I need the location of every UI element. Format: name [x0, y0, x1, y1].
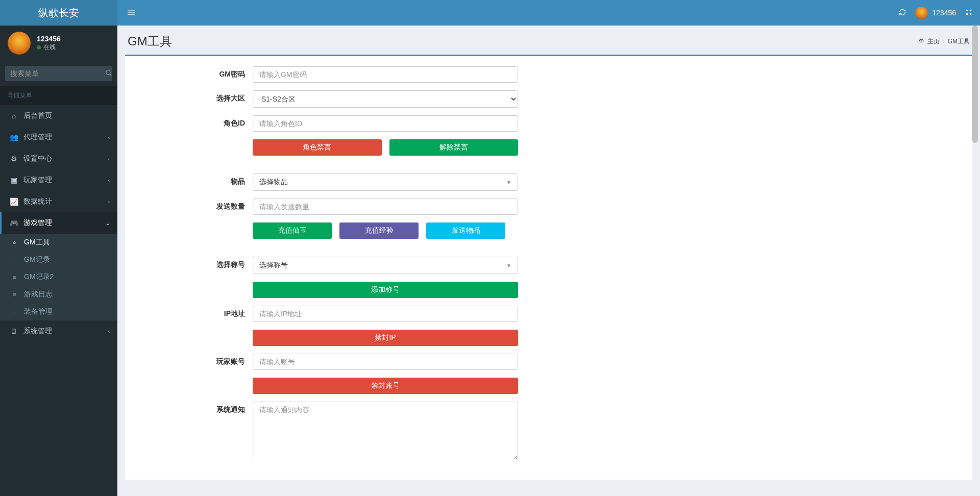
list-icon: ≡ [13, 274, 20, 280]
recharge-exp-button[interactable]: 充值经验 [339, 222, 419, 239]
user-status-text: 在线 [43, 43, 56, 52]
gm-password-input[interactable] [253, 66, 518, 83]
nav-home[interactable]: ⌂ 后台首页 [0, 105, 117, 127]
svg-point-7 [966, 13, 968, 15]
user-avatar[interactable] [8, 32, 31, 55]
svg-rect-3 [128, 12, 135, 12]
account-input[interactable] [253, 354, 518, 370]
nav-agent[interactable]: 👥 代理管理 ‹ [0, 127, 117, 148]
send-qty-label: 发送数量 [130, 199, 253, 211]
chevron-left-icon: ‹ [108, 329, 110, 334]
gears-icon: ⚙ [9, 155, 18, 163]
item-label: 物品 [130, 173, 253, 186]
role-unban-button[interactable]: 解除禁言 [389, 139, 519, 156]
circle-icon: ○ [13, 239, 20, 245]
nav-player[interactable]: ▣ 玩家管理 ‹ [0, 169, 117, 191]
app-name: 纵歌长安 [38, 6, 79, 20]
breadcrumb-home[interactable]: 主页 [927, 37, 940, 46]
scrollbar-thumb[interactable] [972, 26, 978, 143]
toggle-sidebar-button[interactable] [125, 6, 137, 20]
vertical-scrollbar[interactable] [972, 26, 978, 496]
svg-point-6 [970, 9, 972, 11]
top-nav: 123456 [117, 0, 980, 26]
nav-stats[interactable]: 📈 数据统计 ‹ [0, 191, 117, 212]
notice-textarea[interactable] [253, 402, 518, 460]
breadcrumb: 主页 › GM工具 [918, 37, 970, 46]
nav-game-label: 游戏管理 [23, 218, 52, 228]
account-label: 玩家账号 [130, 354, 253, 366]
svg-rect-2 [128, 10, 135, 10]
svg-line-1 [109, 73, 111, 76]
status-online-icon [37, 45, 41, 49]
ban-account-button[interactable]: 禁封账号 [253, 378, 518, 394]
settings-button[interactable] [965, 9, 972, 17]
chevron-left-icon: ‹ [108, 156, 110, 162]
chevron-left-icon: ‹ [108, 199, 110, 205]
sub-game-log[interactable]: ≡ 游戏日志 [0, 286, 117, 303]
sub-gm-log2[interactable]: ≡ GM记录2 [0, 268, 117, 286]
zone-select[interactable]: S1-S2合区 [253, 90, 518, 108]
top-user-menu[interactable]: 123456 [915, 7, 956, 19]
svg-point-8 [970, 13, 972, 15]
item-select[interactable]: 选择物品 ▼ [253, 173, 518, 191]
nav-system-label: 系统管理 [23, 327, 52, 336]
chevron-left-icon: ‹ [108, 178, 110, 183]
nav-menu: ⌂ 后台首页 👥 代理管理 ‹ ⚙ 设置中心 ‹ ▣ 玩家管理 ‹ 📈 数据统计 [0, 105, 117, 342]
user-status: 在线 [37, 43, 61, 52]
form-box: GM密码 选择大区 S1-S2合区 角色ID [125, 55, 972, 480]
app-logo[interactable]: 纵歌长安 [0, 0, 117, 26]
chevron-down-icon: ▼ [506, 180, 511, 185]
chevron-down-icon: ⌄ [106, 220, 110, 226]
search-icon [105, 69, 112, 78]
nav-player-label: 玩家管理 [23, 176, 52, 185]
nav-settings[interactable]: ⚙ 设置中心 ‹ [0, 148, 117, 169]
title-select[interactable]: 选择称号 ▼ [253, 257, 518, 274]
role-id-label: 角色ID [130, 115, 253, 128]
top-user-label: 123456 [932, 9, 956, 17]
ip-input[interactable] [253, 306, 518, 322]
sidebar-search [0, 61, 117, 86]
sub-gm-log[interactable]: ≡ GM记录 [0, 251, 117, 268]
send-item-button[interactable]: 发送物品 [426, 222, 505, 239]
sidebar: 纵歌长安 123456 在线 导航菜单 [0, 0, 117, 496]
top-avatar [915, 7, 928, 19]
nav-system[interactable]: 🖥 系统管理 ‹ [0, 320, 117, 342]
recharge-jade-button[interactable]: 充值仙玉 [253, 222, 332, 239]
search-button[interactable] [105, 66, 112, 81]
user-panel: 123456 在线 [0, 26, 117, 61]
page-title: GM工具 [128, 33, 172, 49]
svg-point-5 [966, 9, 968, 11]
role-ban-button[interactable]: 角色禁言 [253, 139, 382, 156]
sub-gm-tools[interactable]: ○ GM工具 [0, 234, 117, 251]
svg-rect-4 [128, 14, 135, 14]
search-input[interactable] [5, 66, 105, 81]
sub-equip[interactable]: ≡ 装备管理 [0, 303, 117, 320]
item-select-text: 选择物品 [259, 178, 288, 187]
nav-stats-label: 数据统计 [23, 197, 52, 206]
main: 123456 GM工具 主页 › GM工具 GM密码 [117, 0, 980, 496]
ban-ip-button[interactable]: 禁封IP [253, 330, 518, 346]
add-title-button[interactable]: 添加称号 [253, 282, 518, 298]
file-icon: ▣ [9, 176, 18, 184]
sub-equip-label: 装备管理 [24, 307, 53, 316]
title-select-text: 选择称号 [259, 261, 288, 270]
desktop-icon: 🖥 [9, 327, 18, 335]
sub-game-log-label: 游戏日志 [24, 290, 53, 299]
breadcrumb-separator: › [943, 38, 945, 45]
zone-label: 选择大区 [130, 90, 253, 103]
nav-settings-label: 设置中心 [23, 154, 52, 163]
notice-label: 系统通知 [130, 402, 253, 414]
chevron-left-icon: ‹ [108, 135, 110, 140]
list-icon: ≡ [13, 291, 20, 297]
users-icon: 👥 [9, 133, 18, 141]
nav-agent-label: 代理管理 [23, 133, 52, 142]
sub-gm-log-label: GM记录 [24, 255, 50, 264]
chart-icon: 📈 [9, 197, 18, 206]
nav-game[interactable]: 🎮 游戏管理 ⌄ [0, 212, 117, 234]
title-label: 选择称号 [130, 257, 253, 269]
role-id-input[interactable] [253, 115, 518, 132]
list-icon: ≡ [13, 257, 20, 263]
gm-password-label: GM密码 [130, 66, 253, 79]
refresh-button[interactable] [899, 9, 906, 17]
send-qty-input[interactable] [253, 199, 518, 215]
